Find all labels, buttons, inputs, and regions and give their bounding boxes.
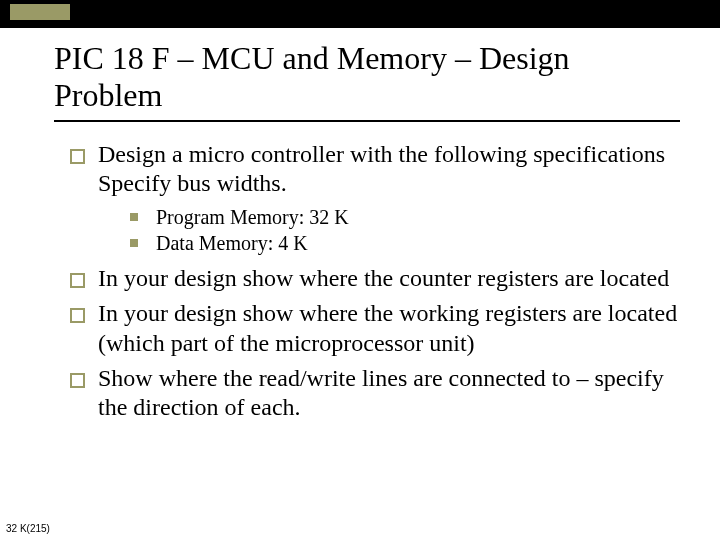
footnote: 32 K(215) [6, 523, 50, 534]
sub-bullet-item: Data Memory: 4 K [130, 230, 680, 256]
bullet-item: Show where the read/write lines are conn… [70, 364, 680, 423]
slide-content: PIC 18 F – MCU and Memory – Design Probl… [0, 28, 720, 422]
bullet-list: Design a micro controller with the follo… [54, 140, 680, 423]
bullet-item: Design a micro controller with the follo… [70, 140, 680, 257]
top-bar [0, 0, 720, 28]
title-rule [54, 120, 680, 122]
sub-bullet-text: Data Memory: 4 K [156, 232, 308, 254]
bullet-text: In your design show where the counter re… [98, 265, 669, 291]
bullet-text: Show where the read/write lines are conn… [98, 365, 664, 420]
sub-bullet-list: Program Memory: 32 K Data Memory: 4 K [98, 204, 680, 256]
bullet-item: In your design show where the counter re… [70, 264, 680, 293]
bullet-text: In your design show where the working re… [98, 300, 677, 355]
slide-title: PIC 18 F – MCU and Memory – Design Probl… [54, 40, 680, 114]
bullet-item: In your design show where the working re… [70, 299, 680, 358]
sub-bullet-item: Program Memory: 32 K [130, 204, 680, 230]
accent-strip [10, 4, 70, 20]
sub-bullet-text: Program Memory: 32 K [156, 206, 349, 228]
bullet-text: Design a micro controller with the follo… [98, 141, 665, 196]
